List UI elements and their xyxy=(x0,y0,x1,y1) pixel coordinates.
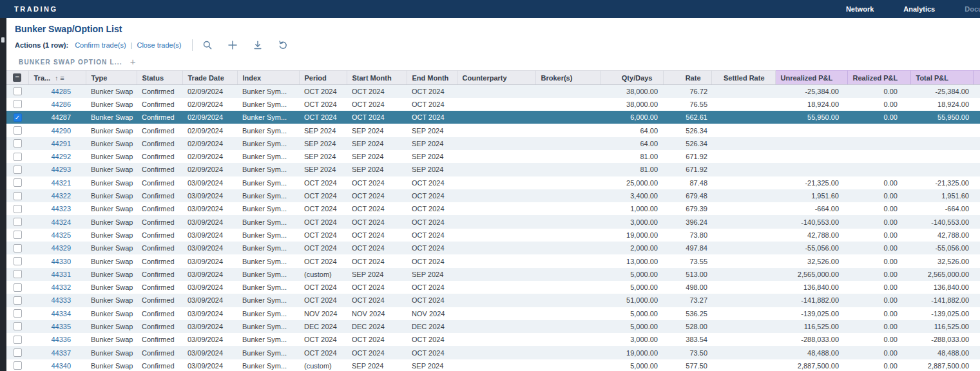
nav-document[interactable]: Document xyxy=(965,5,980,13)
trade-id-link[interactable]: 44336 xyxy=(51,336,71,343)
row-checkbox[interactable] xyxy=(14,139,22,147)
column-header-qty_days[interactable]: Qty/Days xyxy=(600,71,663,85)
table-row[interactable]: 44330Bunker SwapConfirmed03/09/2024Bunke… xyxy=(6,254,980,267)
row-checkbox[interactable] xyxy=(14,322,22,330)
trade-id-link[interactable]: 44293 xyxy=(51,166,71,173)
trade-id-link[interactable]: 44331 xyxy=(51,271,71,278)
table-row[interactable]: 44332Bunker SwapConfirmed03/09/2024Bunke… xyxy=(6,281,980,294)
column-header-period[interactable]: Period xyxy=(299,71,347,85)
table-row[interactable]: 44323Bunker SwapConfirmed03/09/2024Bunke… xyxy=(6,202,980,215)
table-row[interactable]: 44333Bunker SwapConfirmed03/09/2024Bunke… xyxy=(6,294,980,307)
row-checkbox[interactable] xyxy=(14,178,22,187)
row-checkbox[interactable] xyxy=(14,153,22,161)
select-all-header[interactable]: − xyxy=(6,71,28,85)
tab-bunker-swap-option-list[interactable]: BUNKER SWAP OPTION L... xyxy=(19,59,122,66)
row-checkbox[interactable] xyxy=(14,166,22,174)
row-checkbox[interactable] xyxy=(14,309,22,318)
table-row[interactable]: 44331Bunker SwapConfirmed03/09/2024Bunke… xyxy=(6,268,980,281)
trade-id-link[interactable]: 44333 xyxy=(51,296,71,304)
row-checkbox[interactable] xyxy=(14,361,22,370)
column-header-status[interactable]: Status xyxy=(137,71,182,85)
table-row[interactable]: ✓44287Bunker SwapConfirmed02/09/2024Bunk… xyxy=(6,111,980,124)
menu-icon[interactable]: ≡ xyxy=(60,74,64,82)
column-header-unrealized_pl[interactable]: Unrealized P&L xyxy=(775,71,847,85)
trade-id-link[interactable]: 44322 xyxy=(51,192,71,200)
table-row[interactable]: 44285Bunker SwapConfirmed02/09/2024Bunke… xyxy=(6,85,980,98)
table-row[interactable]: 44336Bunker SwapConfirmed03/09/2024Bunke… xyxy=(6,333,980,346)
column-header-type[interactable]: Type xyxy=(86,71,137,85)
row-checkbox[interactable] xyxy=(14,336,22,344)
trade-id-link[interactable]: 44323 xyxy=(51,205,71,213)
trade-id-link[interactable]: 44321 xyxy=(51,179,71,187)
confirm-trades-link[interactable]: Confirm trade(s) xyxy=(75,41,126,49)
column-header-brokers[interactable]: Broker(s) xyxy=(535,71,600,85)
row-checkbox[interactable] xyxy=(14,100,22,108)
table-row[interactable]: 44329Bunker SwapConfirmed03/09/2024Bunke… xyxy=(6,242,980,254)
trade-id-link[interactable]: 44332 xyxy=(51,283,71,291)
column-header-settled_rate[interactable]: Settled Rate xyxy=(711,71,775,85)
column-header-total_pl[interactable]: Total P&L xyxy=(910,71,973,85)
add-icon[interactable] xyxy=(227,39,238,51)
sort-up-icon[interactable]: ↑ xyxy=(55,75,58,82)
column-header-end_month[interactable]: End Month xyxy=(407,71,457,85)
nav-analytics[interactable]: Analytics xyxy=(903,5,935,13)
row-checkbox[interactable] xyxy=(14,126,22,135)
trade-id-link[interactable]: 44340 xyxy=(51,362,71,370)
row-checkbox[interactable]: ✓ xyxy=(14,113,22,122)
trade-id-link[interactable]: 44329 xyxy=(51,244,71,252)
column-header-id[interactable]: Tra...↑≡ xyxy=(28,71,86,85)
nav-network[interactable]: Network xyxy=(846,5,874,13)
collapsed-sidebar-strip[interactable] xyxy=(0,18,6,371)
table-row[interactable]: 44291Bunker SwapConfirmed02/09/2024Bunke… xyxy=(6,137,980,150)
column-header-counterparty[interactable]: Counterparty xyxy=(457,71,535,85)
table-row[interactable]: 44290Bunker SwapConfirmed02/09/2024Bunke… xyxy=(6,124,980,137)
trade-id-link[interactable]: 44325 xyxy=(51,231,71,239)
column-header-trade_date[interactable]: Trade Date xyxy=(182,71,237,85)
download-icon[interactable] xyxy=(252,39,264,51)
trade-id-link[interactable]: 44337 xyxy=(51,349,71,357)
row-checkbox[interactable] xyxy=(14,218,22,226)
trade-id-link[interactable]: 44290 xyxy=(51,127,71,135)
row-checkbox[interactable] xyxy=(14,283,22,292)
table-row[interactable]: 44321Bunker SwapConfirmed03/09/2024Bunke… xyxy=(6,176,980,189)
column-header-spacer[interactable] xyxy=(973,71,980,85)
table-row[interactable]: 44334Bunker SwapConfirmed03/09/2024Bunke… xyxy=(6,307,980,320)
table-row[interactable]: 44325Bunker SwapConfirmed03/09/2024Bunke… xyxy=(6,229,980,242)
row-checkbox[interactable] xyxy=(14,296,22,305)
column-header-index[interactable]: Index xyxy=(237,71,299,85)
row-checkbox[interactable] xyxy=(14,348,22,357)
table-row[interactable]: 44340Bunker SwapConfirmed03/09/2024Bunke… xyxy=(6,359,980,371)
column-header-realized_pl[interactable]: Realized P&L xyxy=(847,71,910,85)
trade-id-link[interactable]: 44335 xyxy=(51,323,71,330)
table-row[interactable]: 44286Bunker SwapConfirmed02/09/2024Bunke… xyxy=(6,98,980,111)
table-row[interactable]: 44292Bunker SwapConfirmed02/09/2024Bunke… xyxy=(6,150,980,163)
row-checkbox[interactable] xyxy=(14,257,22,265)
row-checkbox[interactable] xyxy=(14,231,22,239)
row-checkbox[interactable] xyxy=(14,205,22,213)
column-header-rate[interactable]: Rate xyxy=(663,71,711,85)
select-all-checkbox[interactable]: − xyxy=(13,73,21,82)
close-trades-link[interactable]: Close trade(s) xyxy=(137,41,181,49)
sidebar-expand-handle[interactable] xyxy=(1,37,5,43)
trade-id-link[interactable]: 44292 xyxy=(51,153,71,160)
trade-id-link[interactable]: 44286 xyxy=(51,100,71,108)
row-checkbox[interactable] xyxy=(14,270,22,278)
trade-id-link[interactable]: 44287 xyxy=(51,113,71,121)
table-row[interactable]: 44293Bunker SwapConfirmed02/09/2024Bunke… xyxy=(6,163,980,176)
table-row[interactable]: 44322Bunker SwapConfirmed03/09/2024Bunke… xyxy=(6,189,980,202)
trade-id-link[interactable]: 44330 xyxy=(51,258,71,265)
undo-icon[interactable] xyxy=(277,39,289,51)
table-row[interactable]: 44324Bunker SwapConfirmed03/09/2024Bunke… xyxy=(6,215,980,228)
trade-id-link[interactable]: 44334 xyxy=(51,310,71,318)
search-icon[interactable] xyxy=(202,39,213,51)
trade-id-link[interactable]: 44291 xyxy=(51,140,71,147)
row-checkbox[interactable] xyxy=(14,87,22,95)
table-row[interactable]: 44337Bunker SwapConfirmed03/09/2024Bunke… xyxy=(6,346,980,359)
trade-id-link[interactable]: 44285 xyxy=(51,88,71,95)
row-checkbox[interactable] xyxy=(14,192,22,200)
trade-id-link[interactable]: 44324 xyxy=(51,218,71,226)
column-header-start_month[interactable]: Start Month xyxy=(347,71,407,85)
add-tab-icon[interactable]: + xyxy=(130,59,136,65)
table-row[interactable]: 44335Bunker SwapConfirmed03/09/2024Bunke… xyxy=(6,320,980,333)
row-checkbox[interactable] xyxy=(14,244,22,252)
